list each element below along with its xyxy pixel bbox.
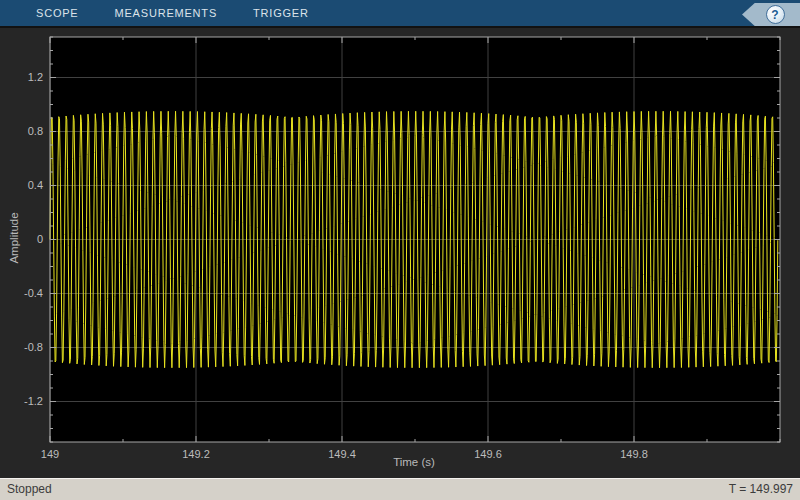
tab-scope[interactable]: SCOPE	[36, 7, 79, 19]
plot-region: 149149.2149.4149.6149.81.20.80.40-0.4-0.…	[0, 30, 800, 478]
y-tick-label: 1.2	[28, 71, 43, 83]
y-tick-label: 0.4	[28, 179, 43, 191]
time-scope-window: SCOPE MEASUREMENTS TRIGGER ? 149149.2149…	[0, 0, 800, 500]
y-tick-label: -1.2	[24, 395, 43, 407]
y-tick-label: -0.4	[24, 287, 43, 299]
scope-plot[interactable]: 149149.2149.4149.6149.81.20.80.40-0.4-0.…	[0, 30, 800, 478]
y-tick-label: 0.8	[28, 125, 43, 137]
help-button[interactable]: ?	[766, 5, 785, 24]
status-bar: Stopped T = 149.997	[0, 478, 800, 500]
help-banner: ?	[742, 3, 800, 26]
x-axis-label: Time (s)	[48, 456, 780, 471]
toolbar: SCOPE MEASUREMENTS TRIGGER ?	[0, 0, 800, 28]
time-readout: T = 149.997	[729, 482, 793, 496]
question-icon: ?	[771, 9, 778, 21]
tab-trigger[interactable]: TRIGGER	[253, 7, 309, 19]
tab-measurements[interactable]: MEASUREMENTS	[115, 7, 218, 19]
y-tick-label: -0.8	[24, 341, 43, 353]
y-tick-label: 0	[37, 233, 43, 245]
status-text: Stopped	[7, 482, 52, 496]
y-axis-label: Amplitude	[8, 212, 20, 263]
